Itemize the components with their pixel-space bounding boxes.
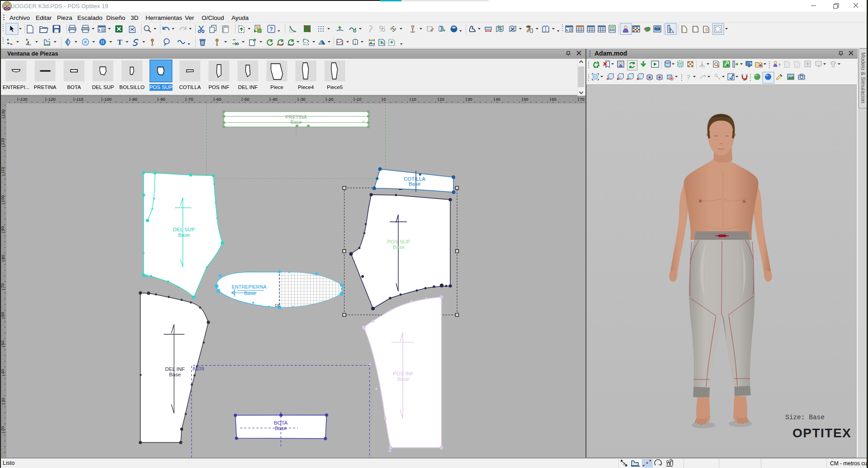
svg-text:-120: -120: [47, 97, 56, 102]
svg-text:DEL SUP: DEL SUP: [173, 227, 195, 232]
svg-text:BOTA: BOTA: [274, 420, 288, 426]
svg-text:-40: -40: [271, 97, 278, 102]
svg-text:POS SUP: POS SUP: [387, 239, 410, 244]
svg-text:BOTA: BOTA: [67, 84, 81, 90]
svg-text:70: 70: [580, 97, 585, 102]
svg-text:POS INF: POS INF: [208, 84, 229, 90]
svg-text:Piece4: Piece4: [298, 84, 314, 90]
svg-text:60: 60: [0, 312, 5, 317]
svg-text:BOLSILLO: BOLSILLO: [119, 84, 145, 90]
svg-text:90: 90: [0, 226, 5, 231]
svg-text:1.0: 1.0: [623, 462, 628, 468]
svg-text:20: 20: [0, 426, 5, 431]
svg-text:30: 30: [0, 398, 5, 402]
svg-text:DEL SUP: DEL SUP: [92, 84, 114, 90]
svg-text:OPTITEX: OPTITEX: [793, 426, 851, 440]
svg-text:30: 30: [467, 97, 472, 102]
svg-text:130: 130: [0, 109, 5, 117]
svg-text:100: 100: [0, 195, 5, 202]
svg-text:Base: Base: [178, 232, 190, 238]
svg-text:20: 20: [439, 97, 444, 102]
svg-text:40: 40: [0, 369, 5, 374]
svg-text:-100: -100: [103, 97, 112, 102]
svg-text:70: 70: [0, 283, 5, 288]
svg-text:Size: Base: Size: Base: [785, 414, 825, 421]
svg-text:COTILLA: COTILLA: [179, 84, 201, 90]
svg-text:50: 50: [524, 97, 528, 102]
svg-text:-90: -90: [131, 97, 137, 102]
svg-text:Base: Base: [169, 372, 181, 377]
svg-text:ENTREPIERNA: ENTREPIERNA: [232, 284, 267, 290]
svg-text:-50: -50: [243, 97, 250, 102]
svg-text:10: 10: [411, 97, 416, 102]
svg-text:ENTREPI...: ENTREPI...: [3, 84, 29, 90]
svg-text:?: ?: [269, 26, 273, 33]
svg-text:-80: -80: [159, 97, 165, 102]
svg-text:0: 0: [383, 97, 386, 102]
svg-text:110: 110: [0, 167, 5, 173]
svg-text:40: 40: [495, 97, 500, 102]
svg-text:POS INF: POS INF: [393, 371, 414, 376]
svg-text:?: ?: [686, 73, 690, 81]
svg-text:-20: -20: [327, 97, 334, 102]
svg-text:?: ?: [778, 63, 781, 67]
svg-text:50: 50: [0, 341, 5, 346]
svg-text:Base: Base: [393, 244, 405, 250]
svg-text:60: 60: [552, 97, 557, 102]
svg-text:Base: Base: [290, 119, 302, 125]
svg-text:T: T: [117, 38, 123, 47]
svg-text:Base: Base: [275, 426, 287, 431]
svg-text:120: 120: [0, 138, 5, 145]
svg-text:-130: -130: [19, 97, 28, 102]
svg-text:-70: -70: [187, 97, 193, 102]
svg-text:POS SUP: POS SUP: [149, 84, 172, 90]
svg-text:8109: 8109: [193, 366, 204, 371]
svg-text:Piece: Piece: [270, 84, 283, 90]
svg-text:DE: DE: [275, 303, 281, 308]
svg-text:PRETINA: PRETINA: [34, 84, 57, 90]
svg-text:DEL INF: DEL INF: [165, 366, 185, 372]
svg-text:-110: -110: [75, 97, 83, 102]
svg-text:-30: -30: [299, 97, 306, 102]
svg-text:Piece5: Piece5: [327, 84, 343, 90]
svg-text:Base: Base: [409, 181, 420, 187]
svg-text:-10: -10: [355, 97, 362, 102]
svg-text:-60: -60: [215, 97, 222, 102]
svg-text:80: 80: [0, 255, 5, 260]
svg-text:DEL INF: DEL INF: [238, 84, 258, 90]
svg-text:Base: Base: [397, 376, 409, 382]
svg-text:Base: Base: [244, 290, 256, 296]
